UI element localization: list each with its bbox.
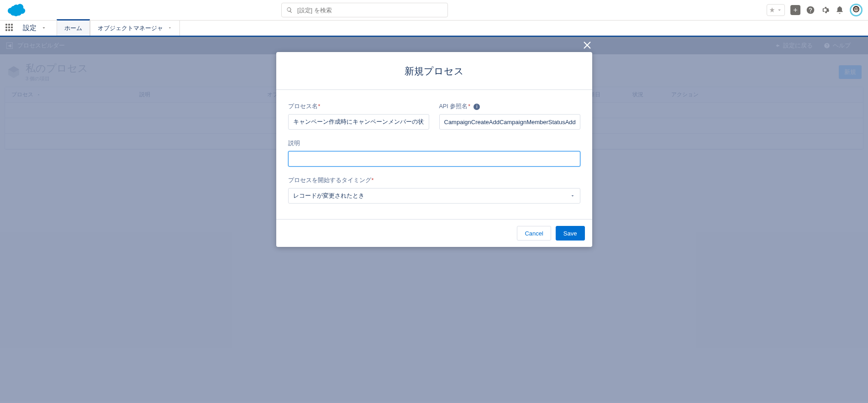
close-icon: [582, 40, 592, 50]
tab-label: ホーム: [64, 24, 82, 32]
app-name: 設定: [23, 24, 37, 32]
setup-button[interactable]: [821, 5, 830, 15]
app-launcher-icon[interactable]: [5, 24, 15, 33]
close-button[interactable]: [582, 40, 593, 51]
chevron-down-icon: [570, 193, 575, 199]
timing-value: レコードが変更されたとき: [293, 192, 364, 200]
info-icon[interactable]: i: [473, 104, 480, 110]
modal-footer: Cancel Save: [276, 219, 592, 247]
bell-icon: [835, 5, 844, 15]
search-icon: [286, 7, 293, 13]
timing-select[interactable]: レコードが変更されたとき: [288, 188, 580, 204]
svg-point-3: [855, 8, 856, 9]
timing-label: プロセスを開始するタイミング*: [288, 177, 580, 184]
star-icon: [769, 7, 775, 13]
description-label: 説明: [288, 140, 580, 147]
favorites-button[interactable]: [767, 4, 785, 16]
field-process-name: プロセス名*: [288, 103, 429, 130]
tab-label: オブジェクトマネージャ: [98, 24, 163, 32]
search-box[interactable]: [281, 3, 448, 17]
global-search: [281, 3, 448, 17]
modal-title: 新規プロセス: [276, 52, 592, 90]
chevron-down-icon: [776, 7, 783, 13]
field-description: 説明: [288, 140, 580, 167]
api-name-input[interactable]: [439, 114, 580, 130]
svg-point-4: [857, 8, 857, 9]
header-actions: [767, 4, 863, 16]
global-add-button[interactable]: [790, 5, 800, 15]
tab-object-manager[interactable]: オブジェクトマネージャ: [90, 21, 180, 36]
plus-icon: [792, 7, 799, 13]
context-bar: 設定 ホーム オブジェクトマネージャ: [0, 21, 868, 37]
save-button[interactable]: Save: [556, 226, 585, 241]
astro-icon: [851, 5, 862, 16]
field-api-name: API 参照名* i: [439, 103, 580, 130]
chevron-down-icon: [41, 25, 47, 31]
tab-home[interactable]: ホーム: [57, 19, 90, 36]
app-menu-toggle[interactable]: [41, 24, 47, 32]
notifications-button[interactable]: [835, 5, 844, 15]
svg-point-2: [854, 7, 858, 12]
new-process-modal: 新規プロセス プロセス名* API 参照名* i: [276, 52, 592, 247]
help-button[interactable]: [806, 5, 815, 15]
field-timing: プロセスを開始するタイミング* レコードが変更されたとき: [288, 177, 580, 204]
chevron-down-icon: [168, 25, 172, 31]
salesforce-logo[interactable]: [5, 3, 26, 17]
global-header: [0, 0, 868, 21]
question-icon: [806, 5, 815, 15]
gear-icon: [821, 5, 830, 15]
process-name-input[interactable]: [288, 114, 429, 130]
description-input[interactable]: [288, 151, 580, 167]
api-name-label: API 参照名* i: [439, 103, 580, 110]
user-avatar[interactable]: [850, 4, 863, 16]
cancel-button[interactable]: Cancel: [517, 226, 551, 241]
process-name-label: プロセス名*: [288, 103, 429, 110]
search-input[interactable]: [297, 7, 443, 14]
modal-body: プロセス名* API 参照名* i 説明: [276, 90, 592, 219]
